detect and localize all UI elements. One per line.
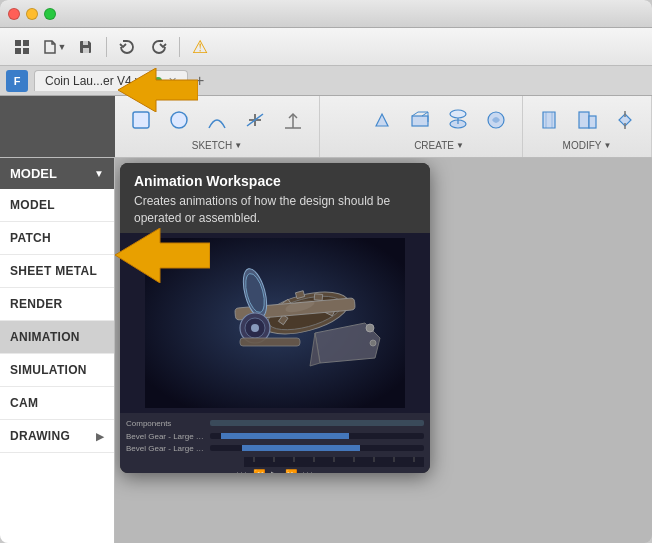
menu-item-render[interactable]: RENDER xyxy=(0,288,114,321)
menu-item-patch[interactable]: PATCH xyxy=(0,222,114,255)
tab-main[interactable]: Coin Lau...er V4 v4 ✕ xyxy=(34,70,188,91)
svg-rect-4 xyxy=(83,48,89,53)
tooltip-header: Animation Workspace Creates animations o… xyxy=(120,163,430,233)
menu-item-animation[interactable]: ANIMATION xyxy=(0,321,114,354)
timeline-rewind[interactable]: ⏮ xyxy=(237,469,247,473)
svg-rect-5 xyxy=(83,41,88,45)
menu-item-sheet-metal[interactable]: SHEET METAL xyxy=(0,255,114,288)
tab-bar: F Coin Lau...er V4 v4 ✕ + xyxy=(0,66,652,96)
sketch-tool-1[interactable] xyxy=(123,102,159,138)
ribbon-modify: MODIFY ▼ xyxy=(523,96,652,157)
svg-point-37 xyxy=(370,340,376,346)
svg-rect-7 xyxy=(133,112,149,128)
svg-rect-11 xyxy=(412,116,428,126)
timeline-row-2-label: Bevel Gear - Large v1:2 xyxy=(126,444,206,453)
svg-point-14 xyxy=(450,110,466,118)
app-icon: F xyxy=(6,70,28,92)
tooltip-timeline: Components Bevel Gear - Large v1:1 Bevel… xyxy=(120,413,430,473)
svg-rect-35 xyxy=(240,338,300,346)
maximize-button[interactable] xyxy=(44,8,56,20)
timeline-controls xyxy=(244,457,424,467)
create-tool-3[interactable] xyxy=(440,102,476,138)
redo-icon[interactable] xyxy=(145,33,173,61)
tooltip-popup: Animation Workspace Creates animations o… xyxy=(120,163,430,473)
modify-tool-2[interactable] xyxy=(569,102,605,138)
warning-icon[interactable]: ⚠ xyxy=(186,33,214,61)
tab-label: Coin Lau...er V4 v4 xyxy=(45,74,148,88)
ribbon-sketch: SKETCH ▼ xyxy=(115,96,320,157)
tooltip-description: Creates animations of how the design sho… xyxy=(134,193,416,227)
tab-close-icon[interactable]: ✕ xyxy=(168,75,177,88)
modify-tool-3[interactable] xyxy=(607,102,643,138)
toolbar: ▼ ⚠ xyxy=(0,28,652,66)
sketch-tool-4[interactable] xyxy=(237,102,273,138)
sketch-tool-2[interactable] xyxy=(161,102,197,138)
svg-rect-17 xyxy=(589,116,596,128)
timeline-row-1-label: Bevel Gear - Large v1:1 xyxy=(126,432,206,441)
close-button[interactable] xyxy=(8,8,20,20)
tab-add-button[interactable]: + xyxy=(190,71,210,91)
menu-item-cam[interactable]: CAM xyxy=(0,387,114,420)
menu-item-drawing[interactable]: DRAWING ▶ xyxy=(0,420,114,453)
create-tool-4[interactable] xyxy=(478,102,514,138)
sketch-tool-5[interactable] xyxy=(275,102,311,138)
left-panel: MODEL ▼ MODEL PATCH SHEET METAL RENDER A… xyxy=(0,158,115,543)
minimize-button[interactable] xyxy=(26,8,38,20)
timeline-end[interactable]: ⏭ xyxy=(303,469,313,473)
drawing-arrow-icon: ▶ xyxy=(96,431,104,442)
ribbon-create: CREATE ▼ xyxy=(356,96,523,157)
menu-item-model[interactable]: MODEL xyxy=(0,189,114,222)
file-icon[interactable]: ▼ xyxy=(40,33,68,61)
save-icon[interactable] xyxy=(72,33,100,61)
create-section-label[interactable]: CREATE ▼ xyxy=(414,140,464,151)
timeline-next-frame[interactable]: ⏩ xyxy=(285,469,297,473)
gear-illustration xyxy=(145,238,405,408)
svg-rect-25 xyxy=(314,293,322,300)
svg-point-34 xyxy=(251,324,259,332)
menu-header[interactable]: MODEL ▼ xyxy=(0,158,114,189)
create-tool-2[interactable] xyxy=(402,102,438,138)
svg-point-8 xyxy=(171,112,187,128)
modify-tool-1[interactable] xyxy=(531,102,567,138)
window-buttons xyxy=(8,8,56,20)
sketch-tool-3[interactable] xyxy=(199,102,235,138)
svg-rect-16 xyxy=(579,112,589,128)
timeline-play[interactable]: ▶ xyxy=(271,469,279,473)
content-area: Animation Workspace Creates animations o… xyxy=(115,158,652,543)
svg-rect-0 xyxy=(15,40,21,46)
ribbon: SKETCH ▼ xyxy=(0,96,652,158)
tooltip-image-area xyxy=(120,233,430,413)
timeline-prev-frame[interactable]: ⏪ xyxy=(253,469,265,473)
menu-item-simulation[interactable]: SIMULATION xyxy=(0,354,114,387)
tooltip-title: Animation Workspace xyxy=(134,173,416,189)
title-bar xyxy=(0,0,652,28)
create-tool-1[interactable] xyxy=(364,102,400,138)
svg-point-36 xyxy=(366,324,374,332)
tab-dot xyxy=(154,77,162,85)
sketch-section-label[interactable]: SKETCH ▼ xyxy=(192,140,242,151)
svg-rect-3 xyxy=(23,48,29,54)
svg-rect-1 xyxy=(23,40,29,46)
undo-icon[interactable] xyxy=(113,33,141,61)
separator-2 xyxy=(179,37,180,57)
svg-rect-2 xyxy=(15,48,21,54)
modify-section-label[interactable]: MODIFY ▼ xyxy=(563,140,612,151)
grid-icon[interactable] xyxy=(8,33,36,61)
main-area: MODEL ▼ MODEL PATCH SHEET METAL RENDER A… xyxy=(0,158,652,543)
separator-1 xyxy=(106,37,107,57)
menu-header-arrow-icon: ▼ xyxy=(94,168,104,179)
